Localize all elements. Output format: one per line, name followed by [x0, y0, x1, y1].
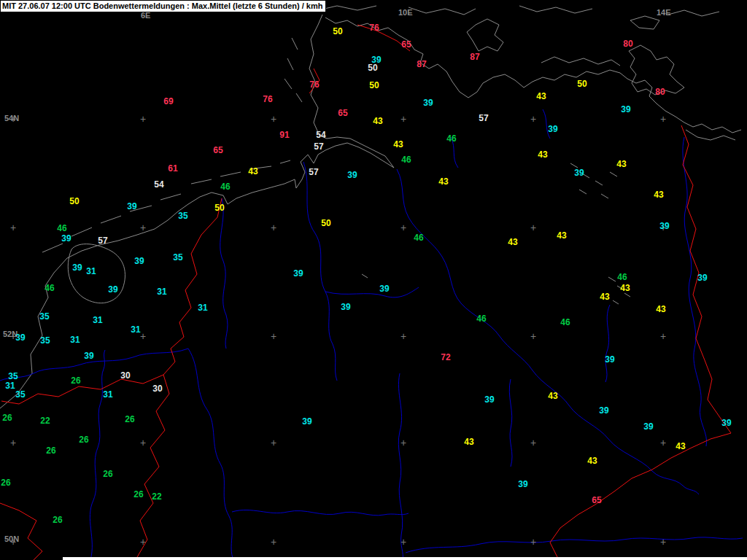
- station-wind-value: 39: [548, 125, 557, 133]
- station-wind-value: 31: [198, 303, 207, 312]
- station-wind-value: 61: [168, 164, 177, 173]
- station-wind-value: 35: [173, 253, 182, 262]
- station-wind-value: 39: [423, 98, 433, 107]
- station-wind-value: 43: [393, 140, 403, 149]
- station-wind-value: 35: [40, 336, 50, 345]
- map-title: MIT 27.06.07 12:00 UTC Bodenwettermeldun…: [2, 1, 322, 10]
- station-layer: 5076658039875087765050807669433939654357…: [0, 0, 747, 560]
- station-wind-value: 43: [587, 456, 597, 465]
- station-wind-value: 50: [321, 219, 330, 228]
- station-wind-value: 39: [605, 355, 614, 364]
- station-wind-value: 65: [401, 40, 411, 49]
- station-wind-value: 46: [446, 134, 456, 143]
- station-wind-value: 43: [557, 231, 566, 240]
- station-wind-value: 46: [617, 273, 627, 281]
- bottom-scrollbar: [63, 557, 747, 560]
- station-wind-value: 43: [508, 238, 517, 246]
- station-wind-value: 57: [98, 236, 107, 245]
- station-wind-value: 46: [414, 233, 423, 242]
- station-wind-value: 39: [61, 234, 71, 243]
- station-wind-value: 76: [369, 23, 379, 32]
- station-wind-value: 35: [178, 211, 187, 220]
- station-wind-value: 35: [39, 312, 49, 321]
- station-wind-value: 87: [417, 60, 426, 69]
- station-wind-value: 39: [347, 171, 357, 179]
- station-wind-value: 43: [654, 190, 663, 199]
- station-wind-value: 46: [401, 155, 411, 164]
- station-wind-value: 39: [293, 269, 303, 278]
- station-wind-value: 50: [214, 203, 224, 212]
- station-wind-value: 50: [69, 197, 79, 206]
- station-wind-value: 43: [600, 292, 609, 301]
- station-wind-value: 22: [152, 492, 161, 501]
- station-wind-value: 76: [263, 95, 272, 104]
- station-wind-value: 50: [369, 81, 379, 90]
- station-wind-value: 39: [15, 333, 25, 342]
- station-wind-value: 46: [476, 314, 486, 323]
- station-wind-value: 72: [441, 353, 450, 362]
- station-wind-value: 50: [333, 27, 342, 36]
- station-wind-value: 31: [86, 267, 96, 276]
- station-wind-value: 39: [84, 351, 93, 360]
- station-wind-value: 69: [163, 97, 173, 106]
- station-wind-value: 39: [134, 257, 144, 265]
- station-wind-value: 26: [103, 470, 112, 478]
- station-wind-value: 30: [152, 384, 162, 393]
- station-wind-value: 76: [309, 80, 319, 89]
- station-wind-value: 35: [15, 390, 25, 399]
- station-wind-value: 87: [470, 52, 479, 61]
- station-wind-value: 57: [479, 114, 488, 122]
- station-wind-value: 46: [44, 284, 54, 292]
- station-wind-value: 39: [484, 395, 494, 404]
- station-wind-value: 43: [538, 150, 547, 159]
- station-wind-value: 39: [721, 419, 731, 427]
- station-wind-value: 26: [53, 516, 62, 524]
- station-wind-value: 54: [316, 131, 325, 139]
- station-wind-value: 26: [125, 415, 134, 424]
- station-wind-value: 43: [464, 438, 473, 446]
- station-wind-value: 26: [133, 490, 143, 499]
- station-wind-value: 65: [592, 496, 601, 505]
- station-wind-value: 31: [5, 381, 15, 390]
- station-wind-value: 43: [656, 305, 665, 314]
- station-wind-value: 43: [548, 392, 557, 400]
- title-bar: MIT 27.06.07 12:00 UTC Bodenwettermeldun…: [0, 0, 326, 12]
- station-wind-value: 39: [302, 417, 311, 426]
- station-wind-value: 39: [599, 406, 608, 415]
- station-wind-value: 46: [57, 224, 66, 233]
- station-wind-value: 26: [2, 413, 12, 422]
- station-wind-value: 31: [70, 335, 80, 344]
- station-wind-value: 26: [71, 376, 80, 385]
- station-wind-value: 26: [1, 478, 10, 487]
- station-wind-value: 22: [40, 416, 50, 425]
- station-wind-value: 65: [338, 109, 347, 117]
- station-wind-value: 39: [72, 263, 82, 272]
- station-wind-value: 43: [248, 167, 258, 176]
- station-wind-value: 39: [659, 222, 669, 230]
- station-wind-value: 50: [577, 79, 587, 88]
- station-wind-value: 43: [536, 92, 546, 101]
- station-wind-value: 50: [368, 63, 377, 72]
- station-wind-value: 43: [620, 284, 630, 292]
- station-wind-value: 31: [103, 390, 112, 399]
- station-wind-value: 65: [213, 146, 222, 155]
- station-wind-value: 43: [676, 442, 685, 451]
- station-wind-value: 31: [157, 287, 166, 296]
- station-wind-value: 39: [697, 273, 707, 282]
- weather-map-screen: ++++++++++++++++++++++++++++++6E10E14E54…: [0, 0, 747, 560]
- station-wind-value: 26: [79, 435, 88, 444]
- station-wind-value: 80: [623, 39, 632, 48]
- station-wind-value: 39: [127, 202, 136, 211]
- station-wind-value: 31: [93, 316, 102, 324]
- station-wind-value: 39: [341, 303, 350, 311]
- station-wind-value: 46: [220, 182, 230, 191]
- station-wind-value: 39: [621, 105, 630, 114]
- station-wind-value: 46: [560, 318, 570, 327]
- station-wind-value: 39: [379, 284, 389, 293]
- station-wind-value: 43: [616, 160, 626, 168]
- station-wind-value: 54: [154, 180, 163, 189]
- station-wind-value: 80: [655, 88, 665, 96]
- station-wind-value: 39: [108, 285, 117, 294]
- station-wind-value: 26: [46, 446, 55, 455]
- station-wind-value: 57: [314, 142, 323, 151]
